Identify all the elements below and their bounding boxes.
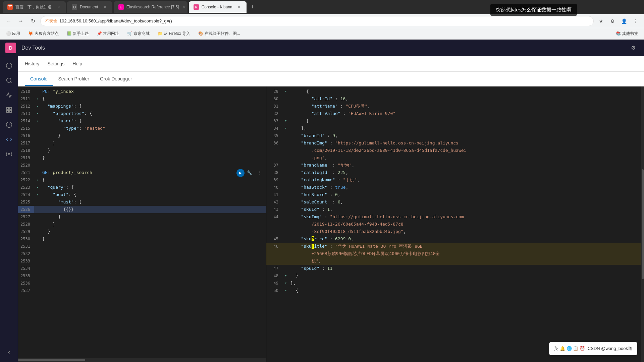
right-code-line-42: 42 "saleCount" : 0,	[266, 198, 644, 206]
right-code-editor[interactable]: 29 ▾ { 30 "attrId" : 16,	[266, 86, 644, 362]
bookmark-button[interactable]: ★	[596, 16, 606, 26]
bookmark-common[interactable]: 📌 常用网址	[95, 30, 121, 37]
line-actions-2521: ▶ 🔧	[236, 169, 256, 177]
sidebar-item-timelion[interactable]	[2, 118, 16, 131]
back-button[interactable]: ←	[4, 16, 13, 26]
right-code-line-46: 46 "skuTitle" : "华为 HUAWEI Mate 30 Pro 星…	[266, 243, 644, 265]
right-code-line-44: 44 "skuImg" : "https://gulimall-hello.os…	[266, 213, 644, 235]
kibana-logo-text: D	[9, 45, 12, 51]
code-line-2519: 2519 }	[18, 154, 266, 162]
address-bar[interactable]: 不安全 192.168.56.10:5601/app/kibana#/dev_t…	[40, 16, 594, 26]
right-code-line-38: 38 "catalogId" : 225,	[266, 169, 644, 176]
tab-close-kibana[interactable]: ✕	[236, 4, 242, 10]
code-line-2530: 2530 }	[18, 235, 266, 243]
right-code-line-31: 31 "attrName" : "CPU型号",	[266, 103, 644, 110]
menu-button[interactable]: ⋮	[631, 16, 640, 26]
refresh-button[interactable]: ↻	[28, 16, 38, 26]
code-line-2532: 2532	[18, 250, 266, 257]
sidebar-item-dashboard[interactable]	[2, 103, 16, 117]
editor-area: 2510 PUT my_index 2511 ▸ { 2512	[18, 86, 644, 362]
tab-icon-baidu: 百	[7, 4, 13, 10]
right-code-line-34: 34 ▾ ],	[266, 125, 644, 132]
code-line-2521: 2521 GET product/_search ▶ 🔧 ⋮	[18, 169, 266, 176]
tab-icon-es: E	[118, 4, 124, 10]
right-code-line-47: 47 "spuId" : 11	[266, 265, 644, 272]
notification-label: CSDN @wang_book道	[588, 346, 632, 352]
extensions-button[interactable]: ⚙	[608, 16, 617, 26]
bookmark-apps[interactable]: ⚪ 应用	[4, 30, 22, 37]
bookmark-other[interactable]: 📚 其他书签	[614, 30, 640, 37]
right-code-line-32: 32 "attrValue" : "HUAWEI Kirin 970"	[266, 110, 644, 117]
code-line-2535: 2535	[18, 272, 266, 280]
run-query-button[interactable]: ▶	[236, 169, 245, 177]
right-code-line-45: 45 "skuPrice" : 6299.0,	[266, 235, 644, 243]
bookmarks-bar: ⚪ 应用 🦊 火狐官方站点 📗 新手上路 📌 常用网址 🛒 京东商城 📁 从 F…	[0, 28, 644, 40]
nav-item-settings[interactable]: Settings	[48, 57, 65, 71]
code-line-2512: 2512 ▸ "mappings": {	[18, 103, 266, 110]
nav-item-history[interactable]: History	[25, 57, 40, 71]
right-scrollbar-track[interactable]	[641, 86, 644, 362]
left-code-editor[interactable]: 2510 PUT my_index 2511 ▸ { 2512	[18, 86, 266, 358]
sidebar-item-visualize[interactable]	[2, 88, 16, 102]
sidebar-item-discover[interactable]	[2, 74, 16, 87]
svg-line-2	[10, 82, 11, 83]
svg-rect-6	[6, 111, 8, 113]
right-code-line-49: 49 ▾ },	[266, 280, 644, 287]
code-line-2513: 2513 ▸ "properties": {	[18, 110, 266, 117]
right-code-line-36: 36 "brandImg" : "https://gulimall-hello.…	[266, 139, 644, 162]
bookmark-jd[interactable]: 🛒 京东商城	[125, 30, 151, 37]
sidebar-item-management[interactable]	[2, 147, 16, 161]
right-code-line-37: 37 "brandName" : "华为",	[266, 162, 644, 169]
tab-close-es[interactable]: ✕	[183, 4, 186, 10]
right-panel: 29 ▾ { 30 "attrId" : 16,	[266, 86, 644, 362]
kibana-header-right: ⚙	[628, 43, 639, 53]
nav-item-help[interactable]: Help	[72, 57, 82, 71]
right-code-line-50: 50 ▾ {	[266, 287, 644, 294]
svg-point-8	[8, 154, 10, 155]
devtools-nav: History Settings Help	[18, 56, 644, 72]
nav-bar: ← → ↻ 不安全 192.168.56.10:5601/app/kibana#…	[0, 14, 644, 28]
new-tab-button[interactable]: +	[248, 2, 257, 12]
tab-console[interactable]: Console	[25, 73, 53, 86]
sidebar-item-collapse[interactable]	[2, 346, 16, 359]
right-code-line-33: 33 ▾ }	[266, 117, 644, 125]
tab-label-es: Elasticsearch Reference [7.5]	[126, 5, 179, 9]
bookmark-firefox-label: 🦊 火狐官方站点	[28, 31, 58, 37]
code-line-2534: 2534	[18, 265, 266, 272]
code-line-2536: 2536	[18, 280, 266, 287]
sidebar-item-devtools[interactable]	[2, 133, 16, 146]
bookmark-newuser-label: 📗 新手上路	[67, 31, 89, 37]
bookmark-import[interactable]: 📁 从 Firefox 导入	[156, 30, 193, 37]
code-line-2524: 2524 ▸ "bool": {	[18, 191, 266, 198]
forward-button[interactable]: →	[16, 16, 25, 26]
browser-tab-baidu[interactable]: 百 百度一下，你就知道 ✕	[3, 1, 66, 13]
tab-close-document[interactable]: ✕	[102, 4, 108, 10]
browser-tab-document[interactable]: D Document ✕	[67, 1, 112, 13]
tab-close-baidu[interactable]: ✕	[56, 4, 61, 10]
code-line-2516: 2516 }	[18, 132, 266, 139]
more-options-button[interactable]: ⋮	[256, 169, 263, 176]
browser-tab-kibana[interactable]: K Console - Kibana ✕	[189, 1, 247, 13]
sidebar-item-home[interactable]	[2, 59, 16, 72]
code-line-2514: 2514 ▸ "user": {	[18, 117, 266, 125]
tab-label-kibana: Console - Kibana	[202, 5, 232, 9]
bottom-notification: 英 🔔 🌐 📋 ⏰ CSDN @wang_book道	[549, 342, 637, 355]
left-panel: 2510 PUT my_index 2511 ▸ { 2512	[18, 86, 266, 362]
code-line-2526: 2526 {{}}	[18, 206, 266, 213]
bookmark-drawing-label: 🎨 在线绘图软件、图...	[198, 31, 240, 37]
tab-icon-kibana: K	[194, 4, 199, 10]
profile-button[interactable]: 👤	[619, 16, 629, 26]
kibana-settings-icon[interactable]: ⚙	[628, 43, 639, 53]
tab-search-profiler[interactable]: Search Profiler	[53, 73, 95, 86]
left-scrollbar[interactable]	[18, 358, 266, 362]
right-code-line-40: 40 "hasStock" : true,	[266, 184, 644, 191]
tab-icon-document: D	[72, 4, 77, 10]
code-line-2525: 2525 "must": [	[18, 198, 266, 206]
tab-grok-debugger[interactable]: Grok Debugger	[95, 73, 138, 86]
bookmark-drawing[interactable]: 🎨 在线绘图软件、图...	[196, 30, 242, 37]
bookmark-import-label: 📁 从 Firefox 导入	[158, 31, 191, 37]
browser-tab-es[interactable]: E Elasticsearch Reference [7.5] ✕	[114, 1, 187, 13]
bookmark-newuser[interactable]: 📗 新手上路	[65, 30, 91, 37]
wrench-button[interactable]: 🔧	[246, 169, 253, 177]
bookmark-firefox[interactable]: 🦊 火狐官方站点	[26, 30, 60, 37]
